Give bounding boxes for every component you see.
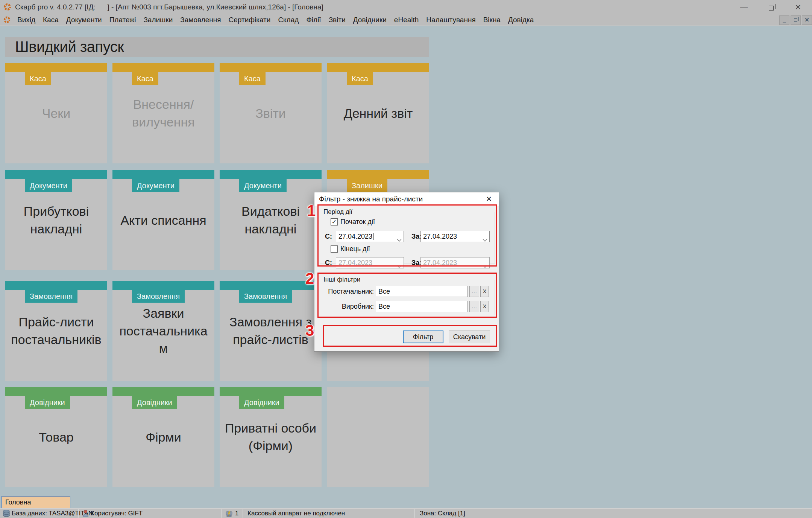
tile-label: Чеки [9, 63, 103, 163]
menu-item-ehealth[interactable]: eHealth [390, 14, 423, 26]
end-date-checkbox[interactable] [331, 245, 338, 253]
start-to-date-combo[interactable]: 27.04.2023 [420, 231, 490, 242]
tile-label: Фірми [116, 387, 211, 487]
menu-item-dovidka[interactable]: Довідка [504, 14, 537, 26]
menu-item-kasa[interactable]: Каса [39, 14, 62, 26]
menu-item-filii[interactable]: Філії [302, 14, 325, 26]
start-date-checkbox-label: Початок дії [340, 218, 375, 226]
tile-cheky[interactable]: Каса Чеки [5, 63, 107, 163]
statusbar-separator [221, 509, 222, 518]
statusbar: База даних: TASA3@TITAN Користувач: GIFT… [0, 508, 812, 518]
tile-label: Внесення/вилучення [116, 63, 211, 163]
start-date-checkbox[interactable]: ✓ [331, 218, 338, 225]
start-date-checkbox-row: ✓ Початок дії [331, 218, 375, 226]
dialog-title: Фільтр - знижка на прайс-листи [319, 192, 423, 206]
restore-icon [769, 6, 774, 11]
tile-vnesennia-vyluchennia[interactable]: Каса Внесення/вилучення [112, 63, 214, 163]
end-to-date-value: 27.04.2023 [423, 259, 457, 267]
end-to-date-combo: 27.04.2023 [420, 257, 490, 268]
menu-item-zvity[interactable]: Звіти [325, 14, 349, 26]
window-title: Скарб pro v. 4.0.2.77 [ІД: ] - [Апт №003… [15, 0, 323, 14]
tile-akty-spysannia[interactable]: Документи Акти списання [112, 170, 214, 270]
mdi-restore-button[interactable] [791, 15, 801, 25]
mdi-close-button[interactable]: ✕ [802, 15, 812, 25]
dialog-close-button[interactable]: ✕ [483, 192, 495, 206]
chevron-down-icon[interactable] [483, 235, 487, 245]
end-date-checkbox-row: Кінець дії [331, 245, 370, 253]
start-from-date-value: 27.04.2023 [338, 233, 372, 240]
supplier-clear-button[interactable]: X [480, 286, 489, 297]
text-cursor [373, 233, 373, 240]
producer-value: Все [378, 303, 390, 310]
start-from-date-combo[interactable]: 27.04.2023 [336, 231, 404, 242]
chevron-down-icon[interactable] [397, 235, 402, 245]
menu-item-sklad[interactable]: Склад [274, 14, 302, 26]
chevron-down-icon [483, 261, 487, 271]
page-header: Швидкий запуск [5, 37, 429, 57]
tile-zaiavky-postachalnykam[interactable]: Замовлення Заявки постачальникам [112, 281, 214, 381]
statusbar-separator [78, 509, 79, 518]
statusbar-zone: Зона: Склад [1] [420, 509, 465, 518]
mdi-minimize-button[interactable]: _ [779, 15, 789, 25]
close-button[interactable]: ✕ [788, 0, 809, 14]
producer-label: Виробник: [317, 301, 374, 312]
minimize-button[interactable]: — [733, 0, 754, 14]
menu-item-vikna[interactable]: Вікна [480, 14, 504, 26]
menu-item-dovidnyky[interactable]: Довідники [349, 14, 390, 26]
menu-item-platezhi[interactable]: Платежі [106, 14, 140, 26]
tab-holovna[interactable]: Головна [2, 496, 70, 508]
tile-prais-lysty-postachalnykiv[interactable]: Замовлення Прайс-листи постачальників [5, 281, 107, 381]
menu-logo-icon [3, 16, 11, 25]
annotation-number-2: 2 [305, 270, 314, 288]
filter-button[interactable]: Фільтр [403, 331, 443, 343]
tile-prybutkovi-nakladni[interactable]: Документи Прибуткові накладні [5, 170, 107, 270]
producer-clear-button[interactable]: X [480, 301, 489, 312]
menu-item-zamovlennia[interactable]: Замовлення [176, 14, 225, 26]
statusbar-register-status: Кассовый аппарат не подключен [247, 509, 345, 518]
menu-item-zalyshky[interactable]: Залишки [140, 14, 176, 26]
database-icon [3, 510, 10, 518]
supplier-input[interactable]: Все [376, 286, 468, 297]
menu-item-sertyfikaty[interactable]: Сертифікати [225, 14, 275, 26]
tile-tovar[interactable]: Довідники Товар [5, 387, 107, 487]
supplier-value: Все [378, 288, 390, 295]
tile-label: Акти списання [116, 170, 211, 270]
end-from-date-value: 27.04.2023 [338, 259, 372, 267]
statusbar-separator [243, 509, 243, 518]
restore-button[interactable] [760, 0, 782, 14]
start-to-date-value: 27.04.2023 [423, 233, 457, 240]
supplier-browse-button[interactable]: … [469, 286, 479, 297]
cancel-button[interactable]: Скасувати [449, 331, 490, 343]
tile-empty-2 [327, 387, 429, 487]
annotation-number-1: 1 [307, 202, 316, 220]
tile-label: Товар [9, 387, 103, 487]
tile-vydatkovi-nakladni[interactable]: Документи Видаткові накладні [220, 170, 322, 270]
menu-item-dokumenty[interactable]: Документи [62, 14, 106, 26]
menu-item-nalashtuvannia[interactable]: Налаштування [422, 14, 479, 26]
tile-label: Видаткові накладні [223, 170, 318, 270]
other-filters-group-title: Інші фільтри [322, 276, 362, 283]
supplier-label: Постачальник: [317, 286, 374, 297]
producer-browse-button[interactable]: … [469, 301, 479, 312]
menu-item-vykhid[interactable]: Вихід [14, 14, 39, 26]
statusbar-user: Користувач: GIFT [91, 509, 143, 518]
tile-zvity[interactable]: Каса Звіти [220, 63, 322, 163]
tile-label: Прайс-листи постачальників [9, 281, 103, 381]
menubar: Вихід Каса Документи Платежі Залишки Зам… [0, 14, 812, 26]
tile-label: Денний звіт [331, 63, 425, 163]
cash-register-icon [225, 510, 233, 518]
titlebar: Скарб pro v. 4.0.2.77 [ІД: ] - [Апт №003… [0, 0, 812, 14]
period-group-title: Період дії [322, 208, 354, 216]
statusbar-separator [414, 509, 415, 518]
tile-pryvatni-osoby[interactable]: Довідники Приватні особи (Фірми) [220, 387, 322, 487]
user-icon [82, 510, 89, 518]
tile-dennyi-zvit[interactable]: Каса Денний звіт [327, 63, 429, 163]
tile-label: Прибуткові накладні [9, 170, 103, 270]
mdi-restore-icon [794, 18, 797, 22]
tile-label: Приватні особи (Фірми) [223, 387, 318, 487]
tile-firmy[interactable]: Довідники Фірми [112, 387, 214, 487]
menu-items: Вихід Каса Документи Платежі Залишки Зам… [14, 14, 537, 26]
statusbar-register-count: 1 [235, 509, 238, 518]
dialog-titlebar: Фільтр - знижка на прайс-листи ✕ [314, 192, 499, 206]
producer-input[interactable]: Все [376, 301, 468, 312]
